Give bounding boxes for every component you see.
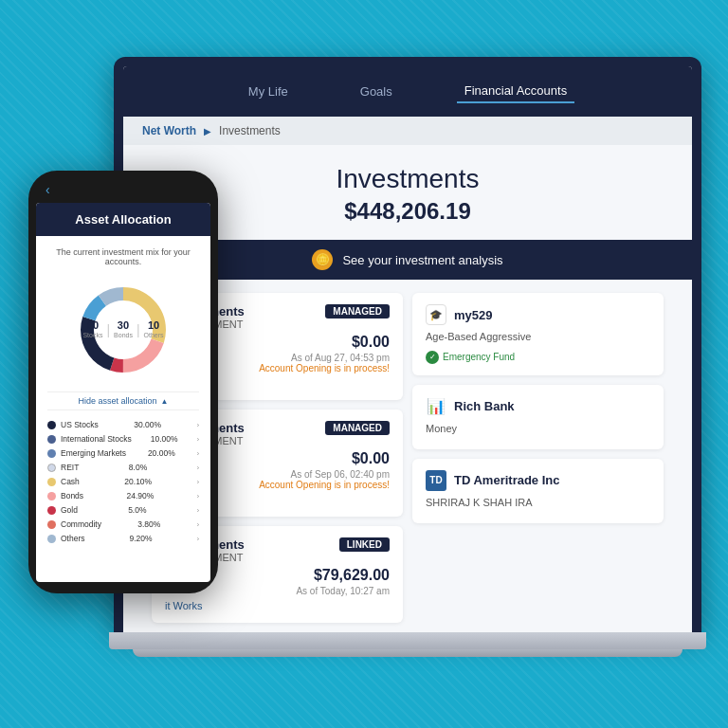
nav-financial-accounts[interactable]: Financial Accounts	[457, 80, 574, 103]
alloc-dot-gold	[47, 506, 56, 515]
alloc-chevron-commodity: ›	[197, 521, 199, 528]
nav-my-life[interactable]: My Life	[241, 81, 296, 102]
alloc-pct-reit: 8.0%	[129, 463, 147, 472]
inv-card-3-link[interactable]: it Works	[165, 600, 390, 611]
alloc-left-gold: Gold	[47, 505, 78, 515]
alloc-row-us-stocks[interactable]: US Stocks 30.00% ›	[47, 420, 199, 429]
alloc-left-bonds: Bonds	[47, 491, 83, 500]
phone-notch: ‹	[36, 182, 210, 203]
phone-header: Asset Allocation	[36, 203, 210, 236]
alloc-chevron-bonds: ›	[197, 493, 199, 500]
allocation-list: US Stocks 30.00% › International Stocks …	[47, 420, 199, 543]
my529-subtitle: Age-Based Aggressive	[426, 331, 650, 342]
alloc-chevron-reit: ›	[197, 464, 199, 471]
alloc-dot-intl	[47, 435, 56, 444]
breadcrumb: Net Worth ▶ Investments	[123, 117, 692, 145]
alloc-left-commodity: Commodity	[47, 519, 101, 529]
alloc-dot-bonds	[47, 492, 56, 500]
alloc-name-emerging: Emerging Markets	[61, 448, 126, 458]
breadcrumb-link[interactable]: Net Worth	[142, 124, 196, 137]
right-cards: 🎓 my529 Age-Based Aggressive ✓ Emergency…	[412, 293, 664, 623]
alloc-name-cash: Cash	[61, 477, 80, 486]
td-subtitle: SHRIRAJ K SHAH IRA	[426, 497, 650, 508]
alloc-row-gold[interactable]: Gold 5.0% ›	[47, 505, 199, 515]
phone: ‹ Asset Allocation The current investmen…	[28, 171, 218, 593]
alloc-dot-others	[47, 535, 56, 543]
donut-chart: 60 Stocks | 30 Bonds | 10 Others	[47, 278, 199, 382]
side-card-rich-bank[interactable]: 📊 Rich Bank Money	[412, 385, 664, 449]
my529-title: my529	[454, 308, 492, 322]
alloc-pct-bonds: 24.90%	[126, 491, 154, 500]
td-icon: TD	[426, 470, 446, 491]
alloc-pct-others: 9.20%	[130, 534, 153, 543]
alloc-name-bonds: Bonds	[61, 491, 83, 500]
td-title: TD Ameritrade Inc	[454, 473, 560, 487]
breadcrumb-current: Investments	[219, 124, 281, 137]
alloc-chevron-others: ›	[197, 536, 199, 542]
cards-grid: gInvestments G INVESTMENT MANAGED $0.00 …	[152, 293, 664, 623]
alloc-name-reit: REIT	[61, 463, 79, 472]
donut-center-labels: 60 Stocks | 30 Bonds | 10 Others	[82, 319, 163, 340]
analysis-text: See your investment analysis	[342, 253, 502, 267]
alloc-pct-cash: 20.10%	[124, 477, 152, 486]
phone-back-button[interactable]: ‹	[46, 182, 50, 197]
alloc-row-intl[interactable]: International Stocks 10.00% ›	[47, 434, 199, 444]
hide-allocation-label: Hide asset allocation	[79, 396, 157, 406]
rich-bank-subtitle: Money	[426, 423, 650, 434]
alloc-chevron-cash: ›	[197, 479, 199, 485]
alloc-left-others: Others	[47, 534, 85, 543]
phone-screen: Asset Allocation The current investment …	[36, 203, 210, 582]
nav-goals[interactable]: Goals	[353, 81, 400, 102]
phone-header-title: Asset Allocation	[49, 212, 197, 227]
side-card-td-ameritrade[interactable]: TD TD Ameritrade Inc SHRIRAJ K SHAH IRA	[412, 459, 664, 523]
alloc-chevron-gold: ›	[197, 507, 199, 514]
rich-bank-icon: 📊	[426, 396, 446, 417]
alloc-name-gold: Gold	[61, 505, 78, 515]
inv-card-3-badge: LINKED	[339, 537, 390, 552]
alloc-name-others: Others	[61, 534, 85, 543]
hide-chevron-icon: ▲	[161, 397, 169, 406]
donut-bonds-label: 30 Bonds	[114, 319, 133, 340]
donut-others-label: 10 Others	[144, 319, 164, 340]
alloc-row-commodity[interactable]: Commodity 3.80% ›	[47, 519, 199, 529]
donut-stocks-label: 60 Stocks	[82, 319, 102, 340]
alloc-left-reit: REIT	[47, 463, 79, 472]
alloc-dot-cash	[47, 478, 56, 486]
phone-description: The current investment mix for your acco…	[47, 247, 199, 266]
alloc-dot-commodity	[47, 520, 56, 529]
alloc-row-reit[interactable]: REIT 8.0% ›	[47, 463, 199, 472]
side-card-my529[interactable]: 🎓 my529 Age-Based Aggressive ✓ Emergency…	[412, 293, 664, 375]
alloc-chevron-intl: ›	[197, 436, 199, 443]
alloc-left-cash: Cash	[47, 477, 80, 486]
breadcrumb-arrow: ▶	[204, 126, 211, 136]
alloc-left-intl: International Stocks	[47, 434, 132, 444]
alloc-chevron-us-stocks: ›	[197, 422, 199, 428]
alloc-row-emerging[interactable]: Emerging Markets 20.00% ›	[47, 448, 199, 458]
donut-divider-1: |	[106, 322, 110, 337]
investments-amount: $448,206.19	[152, 198, 664, 225]
alloc-dot-emerging	[47, 449, 56, 458]
my529-tag: ✓ Emergency Fund	[426, 351, 515, 364]
alloc-row-bonds[interactable]: Bonds 24.90% ›	[47, 491, 199, 500]
alloc-dot-reit	[47, 464, 56, 472]
my529-icon: 🎓	[426, 304, 446, 325]
phone-body: ‹ Asset Allocation The current investmen…	[28, 171, 218, 593]
donut-divider-2: |	[136, 322, 140, 337]
laptop-nav: My Life Goals Financial Accounts	[123, 66, 692, 117]
alloc-name-commodity: Commodity	[61, 519, 101, 529]
hide-allocation-toggle[interactable]: Hide asset allocation ▲	[47, 391, 199, 410]
alloc-name-intl: International Stocks	[61, 434, 132, 444]
inv-card-2-badge: MANAGED	[325, 421, 390, 435]
alloc-pct-gold: 5.0%	[128, 505, 146, 515]
phone-content: The current investment mix for your acco…	[36, 236, 210, 555]
alloc-dot-us-stocks	[47, 421, 56, 429]
alloc-pct-intl: 10.00%	[151, 434, 178, 444]
inv-card-1-badge: MANAGED	[325, 304, 390, 318]
alloc-row-cash[interactable]: Cash 20.10% ›	[47, 477, 199, 486]
alloc-pct-commodity: 3.80%	[137, 519, 160, 529]
alloc-pct-us-stocks: 30.00%	[134, 420, 161, 429]
alloc-pct-emerging: 20.00%	[148, 448, 175, 458]
alloc-row-others[interactable]: Others 9.20% ›	[47, 534, 199, 543]
laptop-base	[109, 632, 706, 649]
alloc-left-us-stocks: US Stocks	[47, 420, 99, 429]
